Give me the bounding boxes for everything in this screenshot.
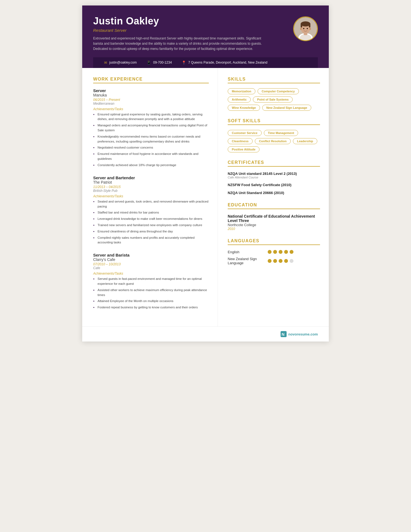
svg-point-11 [309, 27, 311, 30]
edu-degree: National Certificate of Educational Achi… [228, 214, 320, 223]
language-dot [273, 259, 277, 263]
cert-item: NZSFW Food Safety Certificate (2010) [228, 183, 320, 187]
header-text: Justin Oakley Restaurant Server Extrover… [93, 15, 263, 52]
bullet-item: Leveraged drink knowledge to make craft … [93, 217, 209, 221]
header-section: Justin Oakley Restaurant Server Extrover… [82, 5, 329, 68]
soft-skills-tags: Customer ServiceTime ManagementCleanline… [228, 130, 320, 152]
footer: N novoresume.com [82, 326, 329, 342]
language-dot [279, 259, 282, 263]
bullet-item: Served guests in fast-paced environment … [93, 277, 209, 286]
skill-tag: Computer Competency [258, 88, 299, 94]
bullet-item: Ensured maintenance of food hygiene in a… [93, 152, 209, 161]
avatar [293, 16, 318, 41]
jobs-container: Server Manuka 06/2015 – Present Mediterr… [93, 88, 209, 310]
cert-name: NZQA Unit Standard 20666 (2010) [228, 191, 320, 195]
education-title: EDUCATION [228, 203, 320, 209]
email-value: justin@oakley.com [109, 61, 137, 64]
bullet-item: Staffed bar and mixed drinks for bar pat… [93, 210, 209, 215]
language-item: English [228, 250, 320, 254]
body-section: WORK EXPERIENCE Server Manuka 06/2015 – … [82, 68, 329, 327]
contact-bar: ✉ justin@oakley.com 📱 09-700-1234 📍 7 Qu… [93, 57, 318, 68]
language-item: New Zealand Sign Language [228, 257, 320, 265]
job-company: The Patriot [93, 180, 209, 184]
job-item: Server and Barista Clarry's Cafe 07/2010… [93, 253, 209, 310]
brand-text: novoresume.com [288, 332, 318, 336]
svg-rect-7 [309, 24, 310, 27]
language-dot [279, 250, 282, 254]
cert-name: NZQA Unit standard 28145 Level 2 (2013) [228, 172, 320, 176]
left-column: WORK EXPERIENCE Server Manuka 06/2015 – … [82, 68, 218, 327]
language-dot [290, 259, 293, 263]
phone-value: 09-700-1234 [153, 61, 172, 64]
resume-document: Justin Oakley Restaurant Server Extrover… [82, 5, 329, 342]
achievements-label: Achievements/Tasks [93, 107, 209, 111]
language-dot [273, 250, 277, 254]
achievements-label: Achievements/Tasks [93, 272, 209, 275]
bullet-item: Fostered repeat business by getting to k… [93, 305, 209, 310]
skill-tag: Memorization [228, 88, 255, 94]
brand: N novoresume.com [281, 331, 318, 337]
soft-skill-tag: Leadership [293, 138, 317, 144]
bullet-item: Managed orders and accompanying financia… [93, 123, 209, 133]
svg-point-8 [303, 28, 304, 29]
address-value: 7 Queens Parade, Devonport, Auckland, Ne… [188, 61, 267, 64]
job-dates: 07/2010 – 10/2013 [93, 262, 209, 266]
languages-container: EnglishNew Zealand Sign Language [228, 250, 320, 265]
job-dates: 06/2015 – Present [93, 98, 209, 102]
novoresume-logo: N [281, 331, 287, 337]
soft-skill-tag: Conflict Resolution [255, 138, 291, 144]
education-content: National Certificate of Educational Achi… [228, 214, 320, 231]
bullet-item: Negotiated resolved customer concerns [93, 145, 209, 150]
email-icon: ✉ [104, 61, 107, 65]
edu-year: 2010 [228, 227, 320, 231]
work-experience-title: WORK EXPERIENCE [93, 77, 209, 83]
soft-skill-tag: Customer Service [228, 130, 262, 136]
job-bullets: Served guests in fast-paced environment … [93, 277, 209, 310]
bullet-item: Compiled nightly sales numbers and profi… [93, 235, 209, 245]
address-contact: 📍 7 Queens Parade, Devonport, Auckland, … [182, 61, 267, 65]
email-contact: ✉ justin@oakley.com [104, 61, 137, 65]
certificates-section: CERTIFICATES NZQA Unit standard 28145 Le… [228, 160, 320, 195]
bullet-item: Attained Employee of the Month on multip… [93, 299, 209, 304]
achievements-label: Achievements/Tasks [93, 194, 209, 198]
soft-skills-section: SOFT SKILLS Customer ServiceTime Managem… [228, 118, 320, 152]
cert-item: NZQA Unit Standard 20666 (2010) [228, 191, 320, 195]
job-title: Server and Barista [93, 253, 209, 257]
cert-name: NZSFW Food Safety Certificate (2010) [228, 183, 320, 187]
phone-icon: 📱 [147, 61, 151, 65]
job-bullets: Ensured optimal guest experience by seat… [93, 112, 209, 168]
soft-skill-tag: Time Management [264, 130, 298, 136]
job-title: Server and Bartender [93, 175, 209, 180]
language-dots [268, 259, 293, 263]
job-dates: 11/2013 – 04/2015 [93, 185, 209, 189]
job-type: British-Style Pub [93, 189, 209, 193]
job-bullets: Seated and served guests, took orders, a… [93, 199, 209, 245]
bullet-item: Seated and served guests, took orders, a… [93, 199, 209, 209]
skills-tags: MemorizationComputer CompetencyArithmeti… [228, 88, 320, 111]
languages-title: LANGUAGES [228, 238, 320, 245]
job-company: Manuka [93, 93, 209, 97]
bullet-item: Ensured cleanliness of dining area throu… [93, 229, 209, 234]
bullet-item: Trained new servers and familiarized new… [93, 223, 209, 228]
job-item: Server and Bartender The Patriot 11/2013… [93, 175, 209, 245]
bullet-item: Knowledgeably recommended menu items bas… [93, 134, 209, 144]
skills-title: SKILLS [228, 77, 320, 83]
svg-point-2 [300, 34, 311, 41]
phone-contact: 📱 09-700-1234 [147, 61, 172, 65]
job-type: Cafe [93, 266, 209, 270]
certificates-title: CERTIFICATES [228, 160, 320, 167]
right-column: SKILLS MemorizationComputer CompetencyAr… [218, 68, 329, 327]
skill-tag: Point of Sale Systems [253, 96, 293, 103]
skill-tag: New Zealand Sign Language [262, 105, 311, 111]
skills-section: SKILLS MemorizationComputer CompetencyAr… [228, 77, 320, 111]
skill-tag: Arithmetic [228, 96, 251, 103]
soft-skill-tag: Positive Attitude [228, 146, 259, 152]
svg-text:N: N [282, 332, 285, 337]
soft-skill-tag: Cleanliness [228, 138, 253, 144]
language-name: New Zealand Sign Language [228, 257, 263, 265]
language-dot [268, 259, 272, 263]
bullet-item: Ensured optimal guest experience by seat… [93, 112, 209, 122]
job-item: Server Manuka 06/2015 – Present Mediterr… [93, 88, 209, 168]
cert-item: NZQA Unit standard 28145 Level 2 (2013) … [228, 172, 320, 179]
svg-point-9 [307, 28, 308, 29]
